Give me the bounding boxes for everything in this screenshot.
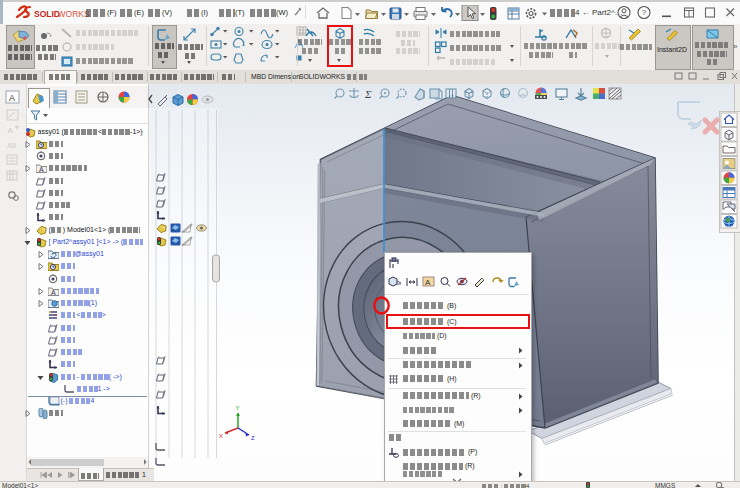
- svg-text:AB: AB: [7, 142, 17, 149]
- svg-text:SOLID: SOLID: [34, 9, 60, 19]
- svg-text:Y: Y: [236, 405, 240, 411]
- svg-text:A: A: [9, 93, 15, 103]
- svg-text:Z: Z: [251, 435, 255, 441]
- svg-text:?: ?: [642, 8, 647, 17]
- svg-text:A: A: [39, 166, 44, 173]
- svg-text:Σ: Σ: [364, 88, 372, 100]
- svg-text:X: X: [219, 433, 223, 439]
- svg-text:A: A: [8, 126, 14, 135]
- svg-text:A: A: [425, 278, 431, 287]
- svg-text:A: A: [51, 288, 56, 295]
